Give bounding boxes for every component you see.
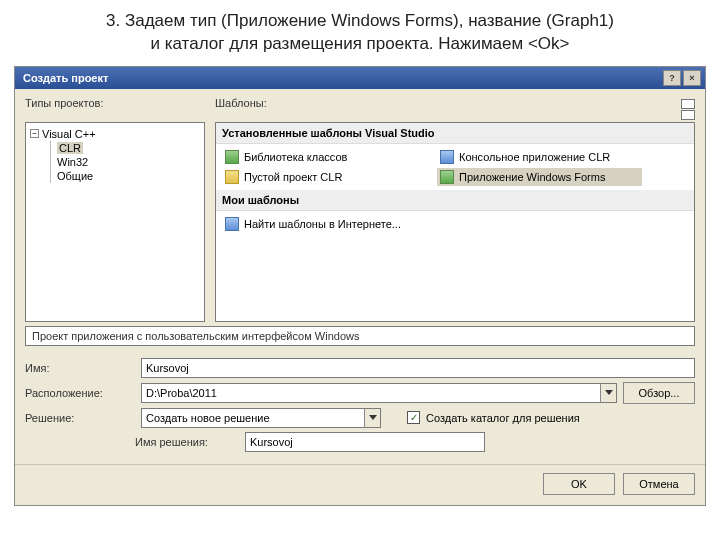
small-icons-view-icon[interactable] xyxy=(681,110,695,120)
location-value: D:\Proba\2011 xyxy=(146,387,217,399)
solution-label: Решение: xyxy=(25,412,135,424)
collapse-icon[interactable]: − xyxy=(30,129,39,138)
template-label: Приложение Windows Forms xyxy=(459,171,605,183)
project-icon xyxy=(440,150,454,164)
installed-templates-header: Установленные шаблоны Visual Studio xyxy=(216,123,694,144)
titlebar: Создать проект ? × xyxy=(15,67,705,89)
tree-root-label: Visual C++ xyxy=(42,128,96,140)
template-windows-forms[interactable]: Приложение Windows Forms xyxy=(437,168,642,186)
tree-item-win32[interactable]: Win32 xyxy=(55,155,202,169)
template-description: Проект приложения с пользовательским инт… xyxy=(25,326,695,346)
search-icon xyxy=(225,217,239,231)
solution-combo[interactable]: Создать новое решение xyxy=(141,408,381,428)
create-dir-checkbox[interactable]: ✓ xyxy=(407,411,420,424)
caption-line1: 3. Задаем тип (Приложение Windows Forms)… xyxy=(40,10,680,33)
template-label: Консольное приложение CLR xyxy=(459,151,610,163)
template-empty-clr[interactable]: Пустой проект CLR xyxy=(222,168,427,186)
my-templates-header: Мои шаблоны xyxy=(216,190,694,211)
instruction-caption: 3. Задаем тип (Приложение Windows Forms)… xyxy=(0,0,720,62)
browse-button[interactable]: Обзор... xyxy=(623,382,695,404)
solution-name-input[interactable] xyxy=(245,432,485,452)
caption-line2: и каталог для размещения проекта. Нажима… xyxy=(40,33,680,56)
template-label: Библиотека классов xyxy=(244,151,347,163)
template-label: Найти шаблоны в Интернете... xyxy=(244,218,401,230)
svg-marker-0 xyxy=(605,390,613,395)
template-class-library[interactable]: Библиотека классов xyxy=(222,148,427,166)
ok-button[interactable]: OK xyxy=(543,473,615,495)
template-find-online[interactable]: Найти шаблоны в Интернете... xyxy=(222,215,427,233)
template-label: Пустой проект CLR xyxy=(244,171,342,183)
templates-label: Шаблоны: xyxy=(215,97,649,109)
close-button[interactable]: × xyxy=(683,70,701,86)
tree-root[interactable]: − Visual C++ xyxy=(28,127,202,141)
name-label: Имя: xyxy=(25,362,135,374)
create-dir-label: Создать каталог для решения xyxy=(426,412,580,424)
project-types-tree[interactable]: − Visual C++ CLR Win32 Общие xyxy=(25,122,205,322)
dialog-title: Создать проект xyxy=(23,72,108,84)
name-input[interactable] xyxy=(141,358,695,378)
large-icons-view-icon[interactable] xyxy=(681,99,695,109)
project-icon xyxy=(225,150,239,164)
new-project-dialog: Создать проект ? × Типы проектов: Шаблон… xyxy=(14,66,706,506)
tree-item-general[interactable]: Общие xyxy=(55,169,202,183)
svg-marker-1 xyxy=(369,415,377,420)
help-button[interactable]: ? xyxy=(663,70,681,86)
location-label: Расположение: xyxy=(25,387,135,399)
chevron-down-icon[interactable] xyxy=(364,409,380,427)
project-icon xyxy=(440,170,454,184)
solution-name-label: Имя решения: xyxy=(135,436,245,448)
template-console-clr[interactable]: Консольное приложение CLR xyxy=(437,148,642,166)
chevron-down-icon[interactable] xyxy=(600,384,616,402)
solution-value: Создать новое решение xyxy=(146,412,270,424)
tree-item-clr[interactable]: CLR xyxy=(55,141,202,155)
location-combo[interactable]: D:\Proba\2011 xyxy=(141,383,617,403)
cancel-button[interactable]: Отмена xyxy=(623,473,695,495)
templates-pane: Установленные шаблоны Visual Studio Библ… xyxy=(215,122,695,322)
project-types-label: Типы проектов: xyxy=(25,97,205,109)
project-icon xyxy=(225,170,239,184)
